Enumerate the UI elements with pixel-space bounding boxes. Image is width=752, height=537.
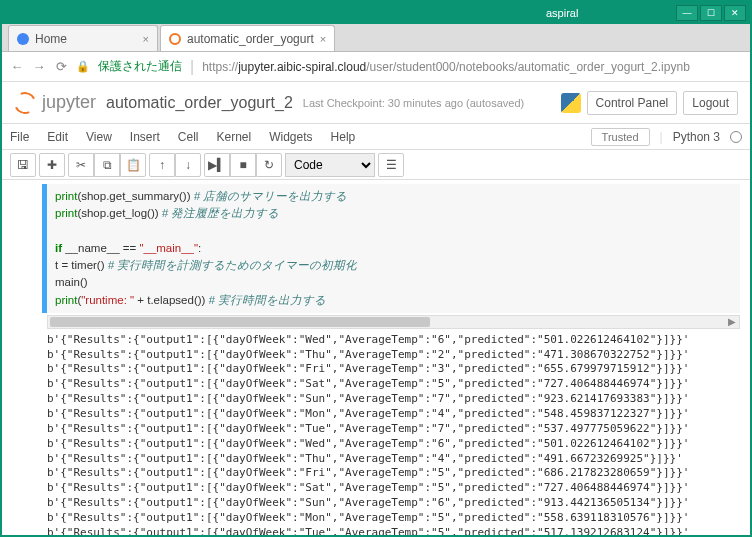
cell-type-select[interactable]: Code	[285, 153, 375, 177]
code-cell[interactable]: print(shop.get_summary()) # 店舗のサマリーを出力する…	[42, 184, 740, 313]
jupyter-icon	[169, 33, 181, 45]
forward-icon[interactable]: →	[32, 59, 46, 74]
chevron-right-icon[interactable]: ▶	[725, 316, 739, 327]
save-button[interactable]: 🖫	[10, 153, 36, 177]
kernel-name[interactable]: Python 3	[673, 130, 720, 144]
close-icon[interactable]: ×	[320, 33, 326, 45]
tab-notebook[interactable]: automatic_order_yogurt ×	[160, 25, 335, 51]
notebook-area: print(shop.get_summary()) # 店舗のサマリーを出力する…	[2, 180, 750, 535]
kernel-status-icon	[730, 131, 742, 143]
menu-insert[interactable]: Insert	[130, 130, 160, 144]
secure-label: 保護された通信	[98, 58, 182, 75]
logout-button[interactable]: Logout	[683, 91, 738, 115]
address-bar: ← → ⟳ 🔒 保護された通信 | https://jupyter.aibic-…	[2, 52, 750, 82]
notebook-name[interactable]: automatic_order_yogurt_2	[106, 94, 293, 112]
command-palette-button[interactable]: ☰	[378, 153, 404, 177]
jupyter-mark-icon	[11, 88, 39, 116]
menu-edit[interactable]: Edit	[47, 130, 68, 144]
control-panel-button[interactable]: Control Panel	[587, 91, 678, 115]
cell-output: b'{"Results":{"output1":[{"dayOfWeek":"W…	[47, 333, 740, 535]
tab-label: automatic_order_yogurt	[187, 32, 314, 46]
reload-icon[interactable]: ⟳	[54, 59, 68, 74]
paste-button[interactable]: 📋	[120, 153, 146, 177]
move-down-button[interactable]: ↓	[175, 153, 201, 177]
tab-label: Home	[35, 32, 67, 46]
menu-bar: File Edit View Insert Cell Kernel Widget…	[2, 124, 750, 150]
checkpoint-label: Last Checkpoint: 30 minutes ago (autosav…	[303, 97, 524, 109]
maximize-button[interactable]: ☐	[700, 5, 722, 21]
scrollbar-thumb[interactable]	[50, 317, 430, 327]
close-button[interactable]: ✕	[724, 5, 746, 21]
browser-tabs: Home × automatic_order_yogurt ×	[2, 24, 750, 52]
menu-kernel[interactable]: Kernel	[217, 130, 252, 144]
window-titlebar: aspiral — ☐ ✕	[2, 2, 750, 24]
user-label: aspiral	[546, 7, 578, 19]
menu-view[interactable]: View	[86, 130, 112, 144]
back-icon[interactable]: ←	[10, 59, 24, 74]
jupyter-text: jupyter	[42, 92, 96, 113]
restart-button[interactable]: ↻	[256, 153, 282, 177]
python-icon	[561, 93, 581, 113]
toolbar: 🖫 ✚ ✂ ⧉ 📋 ↑ ↓ ▶▍ ■ ↻ Code ☰	[2, 150, 750, 180]
add-cell-button[interactable]: ✚	[39, 153, 65, 177]
lock-icon: 🔒	[76, 60, 90, 73]
run-button[interactable]: ▶▍	[204, 153, 230, 177]
trusted-badge[interactable]: Trusted	[591, 128, 650, 146]
horizontal-scrollbar[interactable]: ▶	[47, 315, 740, 329]
menu-widgets[interactable]: Widgets	[269, 130, 312, 144]
menu-cell[interactable]: Cell	[178, 130, 199, 144]
stop-button[interactable]: ■	[230, 153, 256, 177]
url-field[interactable]: https://jupyter.aibic-spiral.cloud/user/…	[202, 60, 742, 74]
notebook-header: jupyter automatic_order_yogurt_2 Last Ch…	[2, 82, 750, 124]
menu-file[interactable]: File	[10, 130, 29, 144]
move-up-button[interactable]: ↑	[149, 153, 175, 177]
menu-help[interactable]: Help	[331, 130, 356, 144]
copy-button[interactable]: ⧉	[94, 153, 120, 177]
jupyter-logo[interactable]: jupyter	[14, 92, 96, 114]
tab-home[interactable]: Home ×	[8, 25, 158, 51]
home-icon	[17, 33, 29, 45]
cut-button[interactable]: ✂	[68, 153, 94, 177]
minimize-button[interactable]: —	[676, 5, 698, 21]
close-icon[interactable]: ×	[143, 33, 149, 45]
